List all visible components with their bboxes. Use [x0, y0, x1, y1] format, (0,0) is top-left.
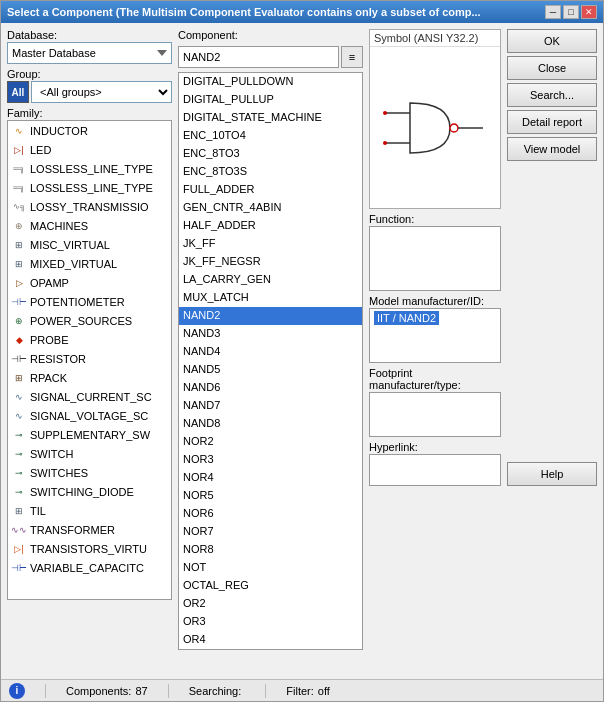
- family-item-inductor[interactable]: ∿INDUCTOR: [8, 121, 171, 140]
- family-icon-til: ⊞: [11, 503, 27, 519]
- component-list[interactable]: DIGITAL_PULLDOWNDIGITAL_PULLUPDIGITAL_ST…: [178, 72, 363, 650]
- family-label-supplementary: SUPPLEMENTARY_SW: [30, 429, 150, 441]
- family-item-switching_diode[interactable]: ⊸SWITCHING_DIODE: [8, 482, 171, 501]
- comp-item-full_adder[interactable]: FULL_ADDER: [179, 181, 362, 199]
- svg-point-4: [383, 111, 387, 115]
- view-model-button[interactable]: View model: [507, 137, 597, 161]
- comp-item-or3[interactable]: OR3: [179, 613, 362, 631]
- family-label-switch: SWITCH: [30, 448, 73, 460]
- comp-item-enc_10to4[interactable]: ENC_10TO4: [179, 127, 362, 145]
- comp-item-nor8[interactable]: NOR8: [179, 541, 362, 559]
- status-divider-3: [265, 684, 266, 698]
- comp-item-nor6[interactable]: NOR6: [179, 505, 362, 523]
- family-item-switches[interactable]: ⊸SWITCHES: [8, 463, 171, 482]
- family-item-til[interactable]: ⊞TIL: [8, 501, 171, 520]
- family-icon-variable_cap: ⊣⊢: [11, 560, 27, 576]
- title-bar-buttons: ─ □ ✕: [545, 5, 597, 19]
- family-item-signal_v[interactable]: ∿SIGNAL_VOLTAGE_SC: [8, 406, 171, 425]
- component-input[interactable]: [178, 46, 339, 68]
- family-item-supplementary[interactable]: ⊸SUPPLEMENTARY_SW: [8, 425, 171, 444]
- close-dialog-button[interactable]: Close: [507, 56, 597, 80]
- comp-item-nand7[interactable]: NAND7: [179, 397, 362, 415]
- comp-item-digital_pulldown[interactable]: DIGITAL_PULLDOWN: [179, 73, 362, 91]
- family-item-opamp[interactable]: ▷OPAMP: [8, 273, 171, 292]
- comp-item-digital_state_machine[interactable]: DIGITAL_STATE_MACHINE: [179, 109, 362, 127]
- family-label-lossless2: LOSSLESS_LINE_TYPE: [30, 182, 153, 194]
- ok-button[interactable]: OK: [507, 29, 597, 53]
- family-item-switch[interactable]: ⊸SWITCH: [8, 444, 171, 463]
- footprint-section: Footprint manufacturer/type:: [369, 367, 501, 437]
- family-item-power[interactable]: ⊕POWER_SOURCES: [8, 311, 171, 330]
- nand-gate-svg: [375, 88, 495, 168]
- filter-value: off: [318, 685, 330, 697]
- close-button[interactable]: ✕: [581, 5, 597, 19]
- component-filter-button[interactable]: ≡: [341, 46, 363, 68]
- database-dropdown[interactable]: Master Database: [7, 42, 172, 64]
- family-item-resistor[interactable]: ⊣⊢RESISTOR: [8, 349, 171, 368]
- family-item-lossless2[interactable]: ═╗LOSSLESS_LINE_TYPE: [8, 178, 171, 197]
- right-top: Symbol (ANSI Y32.2): [369, 29, 597, 486]
- comp-item-nor3[interactable]: NOR3: [179, 451, 362, 469]
- comp-item-gen_cntr_4abin[interactable]: GEN_CNTR_4ABIN: [179, 199, 362, 217]
- comp-item-nor4[interactable]: NOR4: [179, 469, 362, 487]
- family-item-transformer[interactable]: ∿∿TRANSFORMER: [8, 520, 171, 539]
- minimize-button[interactable]: ─: [545, 5, 561, 19]
- comp-item-la_carry_gen[interactable]: LA_CARRY_GEN: [179, 271, 362, 289]
- comp-item-nand5[interactable]: NAND5: [179, 361, 362, 379]
- family-icon-machines: ⊕: [11, 218, 27, 234]
- comp-item-nor7[interactable]: NOR7: [179, 523, 362, 541]
- comp-item-half_adder[interactable]: HALF_ADDER: [179, 217, 362, 235]
- family-item-machines[interactable]: ⊕MACHINES: [8, 216, 171, 235]
- comp-item-mux_latch[interactable]: MUX_LATCH: [179, 289, 362, 307]
- comp-item-nand4[interactable]: NAND4: [179, 343, 362, 361]
- family-item-lossless1[interactable]: ═╗LOSSLESS_LINE_TYPE: [8, 159, 171, 178]
- comp-item-octal_reg[interactable]: OCTAL_REG: [179, 577, 362, 595]
- family-item-variable_cap[interactable]: ⊣⊢VARIABLE_CAPACITC: [8, 558, 171, 577]
- comp-item-nand3[interactable]: NAND3: [179, 325, 362, 343]
- comp-item-nor5[interactable]: NOR5: [179, 487, 362, 505]
- searching-label: Searching:: [189, 685, 242, 697]
- family-item-mixed_virtual[interactable]: ⊞MIXED_VIRTUAL: [8, 254, 171, 273]
- family-label-potent: POTENTIOMETER: [30, 296, 125, 308]
- main-window: Select a Component (The Multisim Compone…: [0, 0, 604, 702]
- family-item-lossy[interactable]: ∿╗LOSSY_TRANSMISSIO: [8, 197, 171, 216]
- comp-item-not[interactable]: NOT: [179, 559, 362, 577]
- family-label-switches: SWITCHES: [30, 467, 88, 479]
- component-label: Component:: [178, 29, 238, 41]
- family-item-led[interactable]: ▷|LED: [8, 140, 171, 159]
- family-item-rpack[interactable]: ⊞RPACK: [8, 368, 171, 387]
- family-icon-switch: ⊸: [11, 446, 27, 462]
- family-label-machines: MACHINES: [30, 220, 88, 232]
- comp-item-enc_8to3s[interactable]: ENC_8TO3S: [179, 163, 362, 181]
- comp-item-nand6[interactable]: NAND6: [179, 379, 362, 397]
- comp-item-digital_pullup[interactable]: DIGITAL_PULLUP: [179, 91, 362, 109]
- family-icon-probe: ◆: [11, 332, 27, 348]
- family-item-transistors[interactable]: ▷|TRANSISTORS_VIRTU: [8, 539, 171, 558]
- comp-item-or4[interactable]: OR4: [179, 631, 362, 649]
- group-dropdown[interactable]: <All groups>: [31, 81, 172, 103]
- family-icon-transformer: ∿∿: [11, 522, 27, 538]
- family-item-potent[interactable]: ⊣⊢POTENTIOMETER: [8, 292, 171, 311]
- comp-item-jk_ff_negsr[interactable]: JK_FF_NEGSR: [179, 253, 362, 271]
- symbol-canvas: [370, 47, 500, 208]
- comp-item-enc_8to3[interactable]: ENC_8TO3: [179, 145, 362, 163]
- help-button[interactable]: Help: [507, 462, 597, 486]
- comp-item-or2[interactable]: OR2: [179, 595, 362, 613]
- family-label-misc_virtual: MISC_VIRTUAL: [30, 239, 110, 251]
- maximize-button[interactable]: □: [563, 5, 579, 19]
- family-list[interactable]: ∿INDUCTOR▷|LED═╗LOSSLESS_LINE_TYPE═╗LOSS…: [7, 120, 172, 600]
- comp-item-nor2[interactable]: NOR2: [179, 433, 362, 451]
- symbol-section: Symbol (ANSI Y32.2): [369, 29, 501, 486]
- component-input-row: ≡: [178, 46, 363, 68]
- family-item-probe[interactable]: ◆PROBE: [8, 330, 171, 349]
- comp-item-nand8[interactable]: NAND8: [179, 415, 362, 433]
- model-value: IIT / NAND2: [374, 311, 439, 325]
- info-icon: i: [9, 683, 25, 699]
- comp-item-jk_ff[interactable]: JK_FF: [179, 235, 362, 253]
- search-button[interactable]: Search...: [507, 83, 597, 107]
- comp-item-nand2[interactable]: NAND2: [179, 307, 362, 325]
- family-icon-power: ⊕: [11, 313, 27, 329]
- family-item-signal_c[interactable]: ∿SIGNAL_CURRENT_SC: [8, 387, 171, 406]
- detail-report-button[interactable]: Detail report: [507, 110, 597, 134]
- family-item-misc_virtual[interactable]: ⊞MISC_VIRTUAL: [8, 235, 171, 254]
